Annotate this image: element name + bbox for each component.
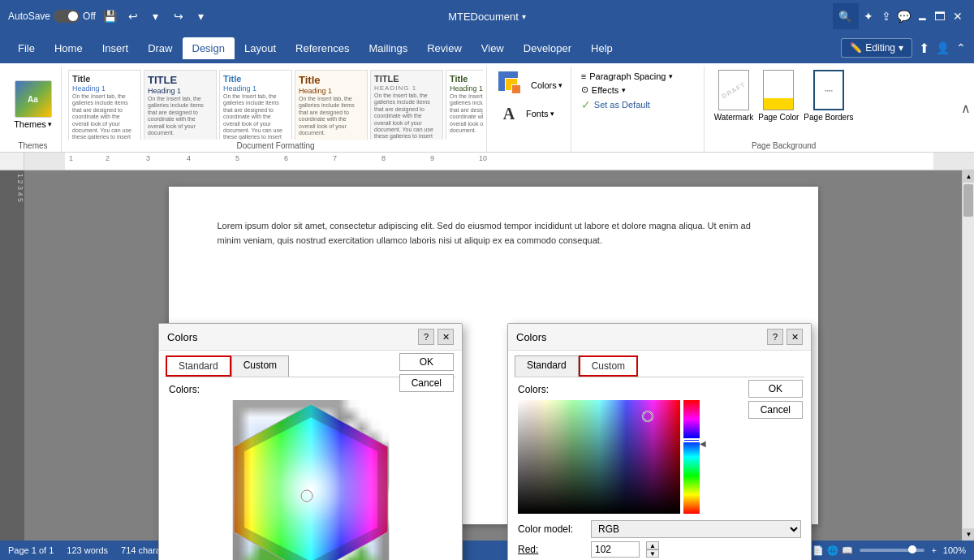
format-item-2-text: On the Insert tab, the galleries include… bbox=[148, 96, 213, 136]
menu-mailings[interactable]: Mailings bbox=[360, 37, 418, 59]
menu-developer[interactable]: Developer bbox=[514, 37, 581, 59]
hue-bar-container[interactable]: ◀ bbox=[683, 400, 700, 514]
titlebar: AutoSave Off 💾 ↩ ▾ ↪ ▾ MTEDocument ▾ 🔍 ✦… bbox=[0, 0, 974, 32]
ruler-num-7: 7 bbox=[333, 154, 337, 162]
customize-icon[interactable]: ▾ bbox=[193, 8, 209, 24]
format-item-6[interactable]: Title Heading 1 On the Insert tab, the g… bbox=[446, 70, 483, 140]
dialog-custom-title: Colors bbox=[516, 331, 547, 343]
ribbon-collapse-button[interactable]: ∧ bbox=[961, 100, 971, 115]
ruler-num-3: 3 bbox=[146, 154, 150, 162]
format-item-2[interactable]: TITLE Heading 1 On the Insert tab, the g… bbox=[144, 70, 217, 140]
page-bg-section: DRAFT Watermark Page Color ▪▪▪▪ Page Bor… bbox=[708, 67, 860, 152]
format-item-default[interactable]: Title Heading 1 On the Insert tab, the g… bbox=[68, 70, 141, 140]
menu-design[interactable]: Design bbox=[183, 37, 235, 59]
effects-icon: ⊙ bbox=[581, 84, 588, 95]
profile-icon[interactable]: 👤 bbox=[936, 41, 950, 54]
restore-icon[interactable]: 🗖 bbox=[932, 8, 948, 24]
themes-button[interactable]: Aa Themes ▾ bbox=[11, 77, 55, 132]
ruler-num-10: 10 bbox=[479, 154, 487, 162]
web-view-icon[interactable]: 🌐 bbox=[827, 545, 838, 556]
editing-button[interactable]: ✏️ Editing ▾ bbox=[841, 38, 912, 58]
themes-dropdown-icon[interactable]: ▾ bbox=[48, 120, 52, 128]
zoom-plus-icon[interactable]: + bbox=[931, 545, 936, 555]
red-spin-down[interactable]: ▼ bbox=[646, 549, 659, 558]
scroll-up-button[interactable]: ▲ bbox=[963, 170, 974, 183]
scroll-down-button[interactable]: ▼ bbox=[963, 528, 974, 541]
undo-dropdown-icon[interactable]: ▾ bbox=[148, 8, 164, 24]
format-item-3[interactable]: Title Heading 1 On the Insert tab, the g… bbox=[219, 70, 292, 140]
para-spacing-button[interactable]: ≡ Paragraph Spacing ▾ bbox=[581, 71, 697, 81]
fonts-button[interactable]: A Fonts ▾ bbox=[495, 102, 566, 125]
svg-point-9 bbox=[301, 490, 312, 502]
red-spin-up[interactable]: ▲ bbox=[646, 541, 659, 549]
titlebar-left: AutoSave Off 💾 ↩ ▾ ↪ ▾ bbox=[8, 8, 327, 24]
word-count: 123 words bbox=[67, 545, 108, 555]
scroll-thumb[interactable] bbox=[963, 184, 973, 217]
dialog-standard-help-button[interactable]: ? bbox=[418, 329, 434, 345]
themes-preview-icon: Aa bbox=[15, 80, 52, 118]
dialog-standard-ok-button[interactable]: OK bbox=[399, 353, 454, 371]
red-input[interactable] bbox=[591, 541, 640, 558]
tab-custom-standard[interactable]: Standard bbox=[515, 355, 579, 377]
copilot-icon[interactable]: ✦ bbox=[860, 8, 877, 24]
dialog-standard-close-button[interactable]: ✕ bbox=[437, 329, 454, 345]
menu-help[interactable]: Help bbox=[581, 37, 623, 59]
dropdown-icon[interactable]: ▾ bbox=[522, 12, 526, 21]
read-view-icon[interactable]: 📖 bbox=[842, 545, 853, 556]
share-icon[interactable]: ⇪ bbox=[878, 8, 894, 24]
effects-button[interactable]: ⊙ Effects ▾ bbox=[581, 84, 697, 95]
menu-file[interactable]: File bbox=[8, 37, 45, 59]
color-swatch-3 bbox=[511, 84, 521, 94]
menu-layout[interactable]: Layout bbox=[235, 37, 286, 59]
format-item-1-title: Title bbox=[72, 74, 137, 84]
scroll-track[interactable] bbox=[963, 183, 974, 528]
ruler-num-1: 1 bbox=[69, 154, 73, 162]
colors-button[interactable]: Colors ▾ bbox=[495, 70, 566, 101]
zoom-slider[interactable] bbox=[860, 549, 924, 552]
menu-home[interactable]: Home bbox=[45, 37, 93, 59]
tab-custom-custom[interactable]: Custom bbox=[579, 355, 638, 377]
search-button[interactable]: 🔍 bbox=[833, 3, 859, 29]
tab-standard[interactable]: Standard bbox=[166, 355, 231, 377]
redo-icon[interactable]: ↪ bbox=[170, 8, 187, 24]
close-icon[interactable]: ✕ bbox=[950, 8, 966, 24]
dialog-standard-cancel-button[interactable]: Cancel bbox=[399, 374, 454, 392]
menu-draw[interactable]: Draw bbox=[138, 37, 182, 59]
menu-insert[interactable]: Insert bbox=[93, 37, 139, 59]
format-item-4-heading: Heading 1 bbox=[299, 87, 364, 95]
menu-references[interactable]: References bbox=[286, 37, 359, 59]
minimize-icon[interactable]: 🗕 bbox=[914, 8, 930, 24]
set-default-button[interactable]: ✓ Set as Default bbox=[581, 98, 697, 111]
format-item-5[interactable]: TITLE HEADING 1 On the Insert tab, the g… bbox=[370, 70, 443, 140]
save-icon[interactable]: 💾 bbox=[102, 8, 119, 24]
ribbon-collapse-icon[interactable]: ⌃ bbox=[956, 41, 966, 54]
comments-icon[interactable]: 💬 bbox=[896, 8, 912, 24]
autosave-toggle[interactable] bbox=[54, 10, 80, 23]
dialog-custom-cancel-button[interactable]: Cancel bbox=[748, 401, 803, 419]
dialog-custom-titlebar: Colors ? ✕ bbox=[508, 324, 811, 351]
undo-icon[interactable]: ↩ bbox=[125, 8, 141, 24]
zoom-thumb[interactable] bbox=[908, 545, 916, 554]
hex-color-wheel-display[interactable] bbox=[222, 400, 400, 560]
page-color-button[interactable]: Page Color bbox=[758, 70, 799, 123]
dialog-custom-ok-button[interactable]: OK bbox=[748, 380, 803, 398]
tab-custom[interactable]: Custom bbox=[231, 355, 289, 377]
print-view-icon[interactable]: 📄 bbox=[812, 545, 824, 556]
color-model-select[interactable]: RGB HSL bbox=[591, 520, 801, 538]
share-ribbon-icon[interactable]: ⬆ bbox=[919, 41, 929, 56]
watermark-button[interactable]: DRAFT Watermark bbox=[714, 70, 754, 123]
menu-view[interactable]: View bbox=[472, 37, 514, 59]
ruler-corner bbox=[0, 153, 24, 170]
menu-review[interactable]: Review bbox=[417, 37, 472, 59]
ruler-white-area bbox=[65, 153, 933, 170]
color-spectrum-container[interactable] bbox=[518, 400, 680, 514]
red-label[interactable]: Red: bbox=[518, 544, 584, 555]
dialog-custom-help-button[interactable]: ? bbox=[767, 329, 783, 345]
format-item-5-title: TITLE bbox=[374, 74, 439, 84]
menubar: File Home Insert Draw Design Layout Refe… bbox=[0, 32, 974, 63]
color-wheel bbox=[222, 400, 400, 560]
format-item-6-text: On the Insert tab, the galleries include… bbox=[450, 93, 483, 134]
dialog-custom-close-button[interactable]: ✕ bbox=[787, 329, 803, 345]
format-item-4[interactable]: Title Heading 1 On the Insert tab, the g… bbox=[295, 70, 368, 140]
page-borders-button[interactable]: ▪▪▪▪ Page Borders bbox=[804, 70, 853, 123]
